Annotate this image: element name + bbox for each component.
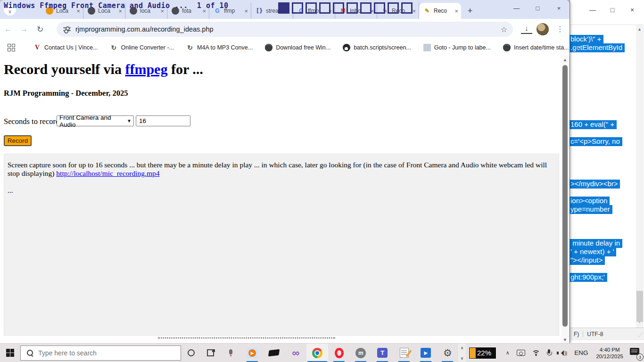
search-input[interactable] <box>38 349 170 357</box>
opera-icon <box>335 348 344 358</box>
browser-minimize-button[interactable]: — <box>506 0 527 16</box>
selected-code-fragment: minute delay in <box>570 239 622 248</box>
taskbar-app-voice-recorder[interactable] <box>220 344 241 362</box>
cast-icon[interactable] <box>517 350 525 356</box>
page-scrollbar-thumb[interactable] <box>562 65 568 327</box>
cortana-button[interactable] <box>181 344 201 362</box>
bookmarks-overflow-icon[interactable]: » <box>575 44 579 52</box>
progress-square-empty <box>305 2 317 14</box>
profile-avatar[interactable] <box>537 23 549 35</box>
editor-maximize-button[interactable]: □ <box>603 4 622 16</box>
editor-scrollbar[interactable]: ▲ ▼ <box>636 25 644 328</box>
scroll-up-icon[interactable]: ▲ <box>637 27 642 32</box>
progress-square-empty <box>401 2 413 14</box>
progress-square-empty <box>319 2 330 14</box>
taskbar-app-black-app[interactable] <box>263 344 285 362</box>
search-icon <box>27 350 33 356</box>
progress-square-empty <box>292 2 303 14</box>
media-player-icon: ▶ <box>247 348 257 358</box>
bookmark-item[interactable]: ↻M4A to MP3 Conve... <box>186 44 253 51</box>
progress-square-empty <box>347 2 358 14</box>
wifi-icon[interactable] <box>532 350 540 356</box>
address-bar[interactable]: rjmprogramming.com.au/recording_ideas.ph… <box>57 22 513 37</box>
editor-scrollbar-thumb[interactable] <box>636 291 643 322</box>
battery-fill <box>470 348 476 358</box>
chevron-down-icon: ▼ <box>127 118 132 123</box>
v-red-icon: V <box>33 44 41 51</box>
scroll-up-icon[interactable]: ▲ <box>563 58 567 62</box>
scroll-down-icon[interactable]: ▼ <box>563 337 567 342</box>
start-button[interactable] <box>0 344 20 362</box>
taskbar-app-mumble[interactable]: m <box>350 344 372 362</box>
microphone-icon[interactable] <box>547 349 552 357</box>
bookmark-item[interactable]: VContact Us | Vince... <box>33 44 98 51</box>
taskbar-app-opera[interactable] <box>328 344 350 362</box>
hidden-icons-chevron-icon[interactable]: ∧ <box>506 350 510 356</box>
tab-close-icon[interactable]: × <box>244 8 248 15</box>
browser-menu-icon[interactable]: ⋮ <box>555 23 565 35</box>
recording-link[interactable]: http://localhost/mic_recording.mp4 <box>56 169 159 177</box>
bookmark-item[interactable]: Download free Win... <box>265 44 330 51</box>
cortana-icon <box>188 349 195 356</box>
bookmark-item[interactable]: ↻Online Converter -... <box>110 44 174 51</box>
resize-grip-icon[interactable]: ⋰ <box>638 332 644 337</box>
seconds-input[interactable] <box>136 115 190 126</box>
tab-close-icon[interactable]: × <box>412 8 416 15</box>
desktop: — □ × block')\" +.getElementById160 + ev… <box>0 0 644 362</box>
notification-center-button[interactable]: 3 <box>627 344 644 362</box>
taskbar-scroll-arrows[interactable]: ∧∨ <box>458 344 466 362</box>
taskbar-app-media-player[interactable]: ▶ <box>241 344 263 362</box>
record-button[interactable]: Record <box>4 135 32 146</box>
editor-close-button[interactable]: × <box>622 4 642 16</box>
taskbar-app-teams[interactable]: T <box>372 344 393 362</box>
task-view-button[interactable] <box>201 344 220 362</box>
taskbar-app-settings[interactable]: ⚙ <box>437 344 458 362</box>
system-tray: ∧ )) ENG 4:40 PM20/12/2025 3 <box>502 344 644 362</box>
chrome-icon <box>312 348 322 358</box>
taskbar-app-visual-studio[interactable]: ∞ <box>285 344 306 362</box>
new-tab-button[interactable]: + <box>464 5 476 17</box>
taskbar-app-notepad[interactable] <box>393 344 415 362</box>
chevron-down-icon: ∨ <box>461 356 464 361</box>
taskbar-search[interactable] <box>20 346 181 361</box>
apps-grid-icon[interactable] <box>8 44 15 51</box>
speaker-icon[interactable]: )) <box>558 350 567 356</box>
editor-minimize-button[interactable]: — <box>583 4 603 16</box>
clock[interactable]: 4:40 PM20/12/2025 <box>596 346 623 360</box>
mode-select[interactable]: Front Camera and Audio ▼ <box>57 115 134 126</box>
bookmark-star-icon[interactable]: ☆ <box>501 25 507 34</box>
bookmark-item[interactable]: Goto - Jump to labe... <box>423 44 491 51</box>
result-panel: Screen capture soon for up to 16 seconds… <box>4 154 559 336</box>
browser-tab[interactable]: ✎Reco× <box>419 3 461 19</box>
page-icon <box>423 44 431 51</box>
bookmark-item[interactable]: batch.scripts/screen... <box>343 44 411 51</box>
tab-close-icon[interactable]: × <box>454 8 458 15</box>
editor-divider <box>570 25 644 25</box>
result-message: Screen capture soon for up to 16 seconds… <box>8 161 554 178</box>
browser-maximize-button[interactable]: □ <box>527 0 548 16</box>
selected-code-fragment: ion><option <box>570 197 610 206</box>
bookmark-item[interactable]: Insert date/time sta... <box>503 44 569 51</box>
time-text: 4:40 PM <box>600 347 620 353</box>
date-text: 20/12/2025 <box>596 354 623 359</box>
back-icon[interactable]: ← <box>0 21 16 37</box>
url-text[interactable]: rjmprogramming.com.au/recording_ideas.ph… <box>75 25 214 33</box>
reload-icon[interactable]: ↻ <box>32 21 48 37</box>
forward-icon[interactable]: → <box>16 21 32 37</box>
bookmarks-bar: VContact Us | Vince...↻Online Converter … <box>0 40 570 56</box>
language-indicator[interactable]: ENG <box>574 349 588 356</box>
browser-close-button[interactable]: × <box>548 0 570 16</box>
selected-code-fragment: ></mydiv><br> <box>570 180 620 189</box>
progress-square-filled <box>278 2 289 14</box>
bookmark-label: Insert date/time sta... <box>514 44 569 51</box>
ffmpeg-link[interactable]: ffmpeg <box>125 61 167 77</box>
site-settings-icon[interactable] <box>63 26 71 32</box>
bookmark-label: Contact Us | Vince... <box>44 44 98 51</box>
page-scrollbar[interactable]: ▲ ▼ <box>561 56 569 343</box>
mumble-icon: m <box>355 348 366 358</box>
taskbar-app-movies-tv[interactable]: ▶ <box>415 344 437 362</box>
task-view-icon <box>207 349 214 356</box>
downloads-icon[interactable]: ↓ <box>521 24 532 34</box>
bookmark-label: Online Converter -... <box>121 44 174 51</box>
taskbar-app-chrome[interactable] <box>306 344 328 362</box>
